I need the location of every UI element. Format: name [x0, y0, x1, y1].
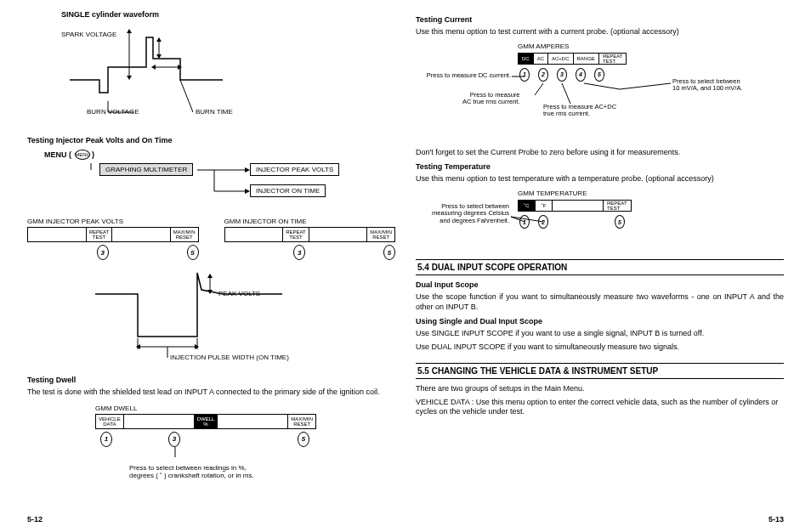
gmm-amperes-diagram: GMM AMPERES DC AC AC+DC RANGE REPEAT TES… [416, 42, 784, 144]
injector-test-heading: Testing Injector Peak Volts and On Time [27, 136, 395, 144]
button-3[interactable]: 3 [168, 432, 180, 447]
temp-callout: Press to select between measuring degree… [416, 203, 509, 224]
using-scope-p2: Use DUAL INPUT SCOPE if you want to simu… [416, 342, 784, 353]
dwell-paragraph: The test is done with the shielded test … [27, 388, 395, 398]
repeat-test-cell[interactable]: REPEAT TEST [283, 228, 309, 241]
injector-peak-volts-box: INJECTOR PEAK VOLTS [250, 163, 339, 176]
testing-temperature-heading: Testing Temperature [416, 162, 784, 171]
button-5[interactable]: 5 [298, 432, 309, 447]
probe-note: Don't forget to set the Current Probe to… [416, 148, 784, 158]
gmm-dwell-instrument: GMM DWELL VEHICLE DATA DWELL % MAX/MIN R… [95, 405, 316, 479]
using-scope-p1: Use SINGLE INPUT SCOPE if you want to us… [416, 329, 784, 339]
injector-on-time-box: INJECTOR ON TIME [250, 184, 326, 197]
dwell-cell[interactable]: DWELL % [195, 415, 218, 428]
page-number: 5-13 [768, 515, 784, 524]
injection-waveform: PEAK VOLTS INJECTION PULSE WIDTH (ON TIM… [87, 269, 395, 371]
spark-voltage-label: SPARK VOLTAGE [61, 31, 116, 38]
testing-temperature-para: Use this menu option to test temperature… [416, 174, 784, 184]
right-page: Testing Current Use this menu option to … [406, 10, 794, 524]
single-waveform-title: SINGLE cylinder waveform [61, 10, 395, 19]
left-page: SINGLE cylinder waveform SPARK VOLTAGE B… [17, 10, 406, 524]
svg-line-20 [584, 83, 620, 89]
menu-close-paren: ) [92, 150, 94, 159]
injection-pulse-label: INJECTION PULSE WIDTH (ON TIME) [170, 354, 289, 361]
vehicle-data-cell[interactable]: VEHICLE DATA [96, 415, 124, 428]
maxmin-reset-cell[interactable]: MAX/MIN RESET [367, 228, 394, 241]
s55-p2: VEHICLE DATA : Use this menu option to e… [416, 398, 784, 417]
range-callout: Press to select between 10 mV/A, and 100… [672, 78, 743, 93]
button-1[interactable]: 1 [100, 432, 112, 447]
gmm-temperature-diagram: GMM TEMPERATURE ˚C ˚F REPEAT TEST 1 2 5 … [416, 190, 784, 249]
menu-label: MENU ( [44, 150, 71, 159]
button-3[interactable]: 3 [97, 245, 109, 260]
dc-callout: Press to measure DC current. [416, 72, 511, 79]
waveform-diagram: SPARK VOLTAGE BURN VOLTAGE BURN TIME [61, 20, 395, 131]
button-5[interactable]: 5 [187, 245, 199, 260]
page-number: 5-12 [27, 515, 43, 524]
svg-line-18 [535, 83, 543, 95]
repeat-test-cell[interactable]: REPEAT TEST [87, 228, 113, 241]
menu-tree: GRAPHING MULTIMETER INJECTOR PEAK VOLTS … [53, 163, 395, 211]
svg-line-21 [620, 83, 671, 89]
gmm-injector-on-time: GMM INJECTOR ON TIME REPEAT TEST MAX/MIN… [224, 218, 396, 260]
section-5-4-heading: 5.4 DUAL INPUT SCOPE OPERATION [416, 259, 784, 275]
testing-dwell-heading: Testing Dwell [27, 376, 395, 384]
inst-title: GMM INJECTOR ON TIME [224, 218, 396, 225]
gmm-injector-peak-volts: GMM INJECTOR PEAK VOLTS REPEAT TEST MAX/… [27, 218, 199, 260]
testing-current-para: Use this menu option to test current wit… [416, 27, 784, 37]
menu-button-icon[interactable]: MENU [75, 150, 90, 160]
acdc-callout: Press to measure AC+DC true rms current. [543, 104, 616, 118]
testing-current-heading: Testing Current [416, 15, 784, 24]
s55-p1: There are two groups of setups in the Ma… [416, 384, 784, 394]
maxmin-reset-cell[interactable]: MAX/MIN RESET [171, 228, 198, 241]
inst-title: GMM DWELL [95, 405, 316, 412]
burn-time-label: BURN TIME [196, 108, 233, 116]
peak-volts-label: PEAK VOLTS [218, 290, 260, 297]
button-3[interactable]: 3 [293, 245, 305, 260]
inst-title: GMM INJECTOR PEAK VOLTS [27, 218, 199, 225]
using-scope-heading: Using Single and Dual Input Scope [416, 317, 784, 325]
dual-input-scope-heading: Dual Input Scope [416, 280, 784, 289]
burn-voltage-label: BURN VOLTAGE [87, 108, 139, 116]
dwell-note: Press to select between readings in %, d… [129, 464, 316, 479]
instrument-row: GMM INJECTOR PEAK VOLTS REPEAT TEST MAX/… [27, 218, 395, 260]
svg-line-23 [511, 217, 543, 222]
section-5-5-heading: 5.5 CHANGING THE VEHICLE DATA & INSTRUME… [416, 363, 784, 379]
ac-callout: Press to measure AC true rms current. [462, 92, 520, 106]
maxmin-reset-cell[interactable]: MAX/MIN RESET [288, 415, 315, 428]
graphing-multimeter-box: GRAPHING MULTIMETER [99, 163, 193, 176]
button-5[interactable]: 5 [383, 245, 395, 260]
svg-line-5 [180, 80, 193, 112]
svg-line-19 [562, 83, 570, 104]
dual-input-scope-para: Use the scope function if you want to si… [416, 292, 784, 312]
